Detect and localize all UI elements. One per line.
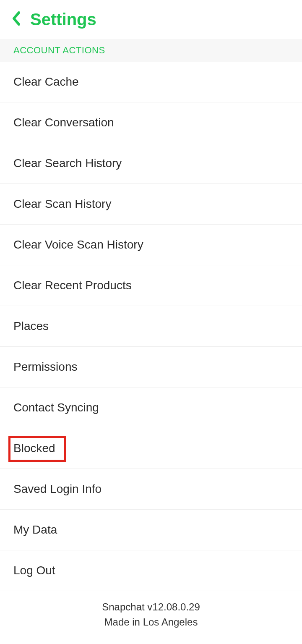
list-item-label: Clear Scan History [13,197,111,210]
list-item-label: Permissions [13,360,77,373]
list-item-clear-conversation[interactable]: Clear Conversation [0,102,302,143]
list-item-places[interactable]: Places [0,306,302,347]
back-chevron-icon[interactable] [12,11,20,28]
footer-location: Made in Los Angeles [0,615,302,630]
list-item-label: My Data [13,523,57,536]
list-item-label: Clear Search History [13,157,122,170]
list-item-clear-search-history[interactable]: Clear Search History [0,143,302,184]
settings-header: Settings [0,0,302,39]
list-item-my-data[interactable]: My Data [0,510,302,550]
list-item-label: Clear Recent Products [13,279,132,292]
list-item-clear-cache[interactable]: Clear Cache [0,62,302,102]
list-item-label: Blocked [13,442,55,455]
list-item-blocked[interactable]: Blocked [0,428,302,469]
page-title: Settings [30,10,96,29]
list-item-clear-scan-history[interactable]: Clear Scan History [0,184,302,225]
list-item-label: Contact Syncing [13,401,99,414]
section-header-account-actions: ACCOUNT ACTIONS [0,39,302,62]
list-item-label: Saved Login Info [13,482,102,495]
list-item-label: Log Out [13,564,55,577]
list-item-label: Clear Conversation [13,116,114,129]
list-item-label: Places [13,319,49,332]
list-item-label: Clear Voice Scan History [13,238,143,251]
list-item-clear-recent-products[interactable]: Clear Recent Products [0,265,302,306]
list-item-clear-voice-scan-history[interactable]: Clear Voice Scan History [0,225,302,265]
list-item-log-out[interactable]: Log Out [0,550,302,591]
footer-version: Snapchat v12.08.0.29 [0,599,302,615]
list-item-saved-login-info[interactable]: Saved Login Info [0,469,302,510]
footer: Snapchat v12.08.0.29 Made in Los Angeles [0,591,302,644]
list-item-permissions[interactable]: Permissions [0,347,302,387]
list-item-label: Clear Cache [13,75,79,88]
list-item-contact-syncing[interactable]: Contact Syncing [0,387,302,428]
